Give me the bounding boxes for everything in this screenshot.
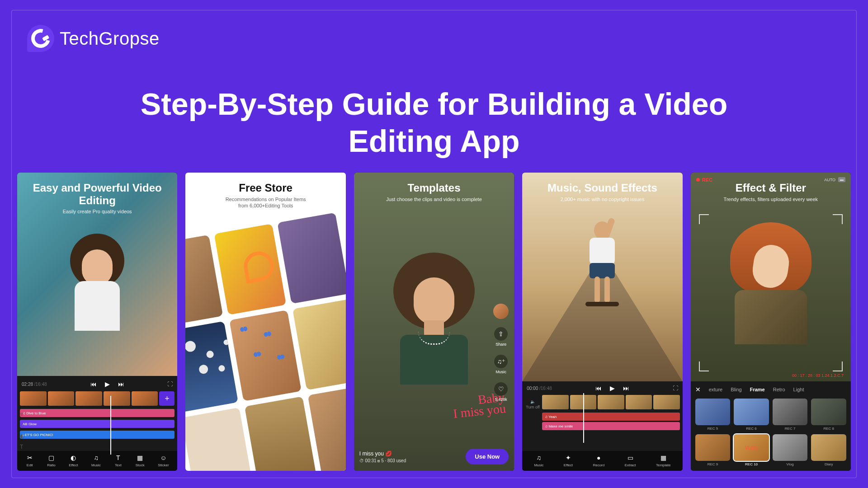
store-item[interactable]	[230, 310, 302, 401]
card3-title: Templates	[361, 182, 507, 194]
tool-edit[interactable]: ✂Edit	[26, 454, 34, 467]
music-layer-icon[interactable]: ♫	[20, 422, 24, 428]
store-item[interactable]	[278, 212, 346, 304]
card3-hero-photo: BabyI miss you ⇪Share ♫⁺Music ♡5,428k I …	[354, 173, 514, 471]
next-icon[interactable]: ⏭	[118, 380, 124, 388]
card1-time-total: /16:48	[34, 382, 47, 387]
tool-ratio[interactable]: ▢Ratio	[47, 454, 56, 467]
card1-track-audio[interactable]: ♫ Dive to Blue	[20, 409, 175, 417]
viewfinder-corner-icon	[833, 361, 843, 371]
card4-time-current: 00:00	[527, 386, 538, 391]
playhead-icon[interactable]	[110, 396, 111, 455]
filter-item-selected[interactable]: REC 10	[734, 434, 769, 466]
card4-track2[interactable]: ♫ Make me smile	[542, 422, 679, 430]
filter-tab[interactable]: Light	[791, 386, 807, 393]
fullscreen-icon[interactable]: ⛶	[167, 381, 173, 387]
store-item[interactable]	[245, 396, 317, 471]
card-effect-filter: REC AUTO ▬ Effect & Filter Trendy effect…	[691, 173, 851, 471]
ratio-icon: ▢	[47, 454, 55, 462]
play-icon[interactable]: ▶	[105, 380, 110, 388]
music-button[interactable]: ♫⁺Music	[494, 355, 508, 374]
use-now-button[interactable]: Use Now	[466, 449, 509, 465]
mute-toggle[interactable]: 🔈Turn off	[526, 399, 540, 409]
brand-logo: TechGropse	[27, 25, 160, 52]
sparkle-icon: ✦	[564, 454, 572, 462]
viewfinder-corner-icon	[699, 214, 709, 224]
filter-tab[interactable]: Retro	[770, 386, 788, 393]
filter-tab[interactable]: Bling	[728, 386, 744, 393]
filter-tab[interactable]: exture	[706, 386, 726, 393]
like-button[interactable]: ♡5,428k	[494, 382, 508, 402]
card-free-store: Free Store Recommendations on Popular It…	[185, 173, 345, 471]
card4-clip-thumbs[interactable]	[522, 393, 682, 411]
card-video-editing: Easy and Powerful Video Editing Easily c…	[17, 173, 177, 471]
showcase-row: Easy and Powerful Video Editing Easily c…	[17, 173, 851, 471]
template-icon: ▦	[659, 454, 667, 462]
card4-hero-photo	[522, 173, 682, 381]
card1-sub: Easily create Pro quality videos	[24, 208, 170, 215]
card5-hero-photo: REC AUTO ▬ Effect & Filter Trendy effect…	[691, 173, 851, 381]
text-layer-icon[interactable]: T	[20, 444, 24, 450]
tool-music[interactable]: ♫Music	[534, 454, 543, 467]
card1-clip-thumbs[interactable]: +	[17, 389, 177, 408]
card1-time-current: 02:28	[22, 382, 33, 387]
close-icon[interactable]: ✕	[695, 386, 701, 393]
add-clip-button[interactable]: +	[159, 391, 175, 406]
filter-item[interactable]: Vlog	[773, 434, 808, 466]
store-item[interactable]	[308, 385, 345, 471]
prev-icon[interactable]: ⏮	[90, 380, 97, 388]
prev-icon[interactable]: ⏮	[595, 385, 602, 392]
tool-effect[interactable]: ✦Effect	[564, 454, 573, 467]
filter-item[interactable]: REC 7	[773, 399, 808, 431]
filter-item[interactable]: REC 8	[811, 399, 846, 431]
tool-text[interactable]: TText	[114, 454, 122, 467]
filter-item[interactable]: REC 5	[695, 399, 731, 431]
fullscreen-icon[interactable]: ⛶	[673, 385, 678, 391]
card4-track1[interactable]: ♫ Yeah	[542, 413, 679, 421]
tool-effect[interactable]: ◐Effect	[69, 454, 78, 467]
next-icon[interactable]: ⏭	[623, 385, 629, 392]
extract-icon: ▭	[626, 454, 634, 462]
store-item[interactable]	[214, 224, 287, 315]
effect-layer-icon[interactable]: ◐	[20, 433, 24, 439]
filter-thumb-grid: REC 5 REC 6 REC 7 REC 8 REC 9 REC 10 Vlo…	[691, 398, 851, 471]
card1-track-text[interactable]: LET'S GO PICNIC!	[20, 431, 175, 439]
heart-icon: ♡	[494, 382, 508, 396]
store-item[interactable]	[293, 299, 346, 390]
viewfinder-corner-icon	[833, 214, 843, 224]
tool-extract[interactable]: ▭Extract	[625, 454, 636, 467]
tool-template[interactable]: ▦Template	[656, 454, 670, 467]
share-button[interactable]: ⇪Share	[494, 327, 508, 347]
store-item[interactable]	[185, 321, 238, 413]
author-avatar[interactable]	[493, 304, 509, 319]
card4-sub: 2,000+ music with no copyright issues	[529, 196, 675, 203]
share-icon: ⇪	[494, 327, 508, 341]
card1-track-effect[interactable]: AB Glow	[20, 420, 175, 428]
template-meta: ⏱ 00:31 ▣ 5 · 803 used	[359, 458, 462, 463]
text-icon: T	[114, 454, 122, 462]
tool-record[interactable]: ●Record	[593, 454, 604, 467]
speaker-icon: 🔈	[530, 399, 535, 404]
filter-tab-row: ✕ exture Bling Frame Retro Light	[691, 381, 851, 398]
card4-title: Music, Sound Effects	[529, 182, 675, 194]
effect-icon: ◐	[69, 454, 77, 462]
scissors-icon: ✂	[26, 454, 34, 462]
filter-item[interactable]: Diary	[811, 434, 846, 466]
tool-sticker[interactable]: ☺Sticker	[158, 454, 169, 467]
filter-item[interactable]: REC 6	[734, 399, 769, 431]
card1-title: Easy and Powerful Video Editing	[24, 182, 170, 206]
layer-icon[interactable]: ≡	[20, 411, 24, 418]
timecode: 00 : 17 : 28 : 03 1.24.1.2.C.7	[792, 373, 844, 378]
play-icon[interactable]: ▶	[610, 385, 615, 392]
tool-stock[interactable]: ▦Stock	[136, 454, 145, 467]
filter-tab-active[interactable]: Frame	[747, 386, 768, 393]
brand-name: TechGropse	[60, 28, 160, 49]
card2-sub1: Recommendations on Popular Items	[193, 196, 338, 203]
card5-filter-panel: ✕ exture Bling Frame Retro Light REC 5 R…	[691, 381, 851, 471]
card-templates: Templates Just choose the clips and vide…	[354, 173, 514, 471]
card1-toolbar: ✂Edit ▢Ratio ◐Effect ♫Music TText ▦Stock…	[17, 451, 177, 471]
store-item[interactable]	[185, 408, 254, 471]
filter-item[interactable]: REC 9	[695, 434, 731, 466]
playhead-icon[interactable]	[583, 393, 584, 443]
tool-music[interactable]: ♫Music	[91, 454, 101, 467]
